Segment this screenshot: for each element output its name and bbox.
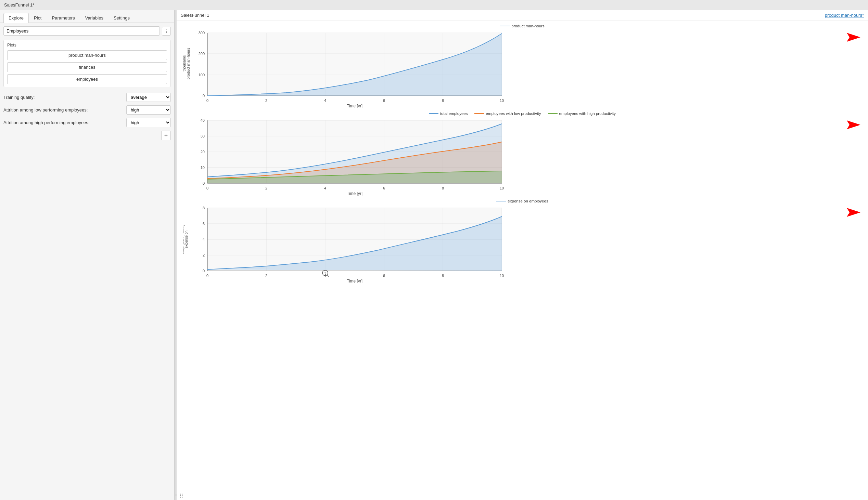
svg-text:0: 0 bbox=[207, 274, 209, 278]
chart2-container: total employees employees with low produ… bbox=[183, 112, 861, 196]
svg-text:10: 10 bbox=[500, 99, 504, 103]
svg-text:product man-hours: product man-hours bbox=[186, 47, 190, 79]
chart1-legend: product man-hours bbox=[183, 24, 861, 28]
chart2-legend: total employees employees with low produ… bbox=[183, 112, 861, 116]
svg-text:6: 6 bbox=[383, 274, 385, 278]
param-label-high-attrition: Attrition among high performing employee… bbox=[3, 120, 126, 125]
legend-low-productivity: employees with low productivity bbox=[475, 112, 541, 116]
svg-text:Time [yr]: Time [yr] bbox=[347, 279, 363, 283]
svg-text:0: 0 bbox=[203, 94, 205, 98]
right-panel-title: SalesFunnel 1 bbox=[181, 13, 209, 18]
svg-text:0: 0 bbox=[207, 186, 209, 190]
legend-line-product bbox=[500, 26, 510, 26]
explore-dropdown[interactable]: Employees bbox=[3, 26, 160, 36]
svg-marker-25 bbox=[847, 33, 860, 42]
svg-text:Time [yr]: Time [yr] bbox=[347, 191, 363, 196]
legend-label-low: employees with low productivity bbox=[486, 112, 541, 116]
svg-text:8: 8 bbox=[442, 186, 444, 190]
param-row-high-attrition: Attrition among high performing employee… bbox=[3, 118, 171, 127]
svg-marker-52 bbox=[847, 121, 860, 129]
add-button[interactable]: + bbox=[161, 130, 171, 140]
svg-text:20: 20 bbox=[201, 150, 205, 154]
legend-total-employees: total employees bbox=[429, 112, 468, 116]
chart1-arrow bbox=[843, 31, 860, 44]
plots-label: Plots bbox=[7, 43, 167, 47]
plot-btn-product-man-hours[interactable]: product man-hours bbox=[7, 50, 167, 60]
svg-line-82 bbox=[327, 275, 329, 277]
svg-text:[thousand]: [thousand] bbox=[183, 55, 186, 72]
chart3-svg: 0 2 4 6 8 0 2 4 6 8 10 Time [yr] bbox=[183, 205, 512, 283]
legend-label-expense: expense on employees bbox=[508, 199, 548, 203]
tab-settings[interactable]: Settings bbox=[109, 13, 135, 23]
param-select-high-attrition[interactable]: high low average bbox=[126, 118, 171, 127]
svg-text:0: 0 bbox=[203, 269, 205, 273]
svg-text:2: 2 bbox=[203, 253, 205, 257]
dropdown-row: Employees ⋮ bbox=[3, 26, 171, 36]
svg-text:0: 0 bbox=[203, 181, 205, 185]
param-select-training[interactable]: average low high bbox=[126, 93, 171, 102]
svg-text:8: 8 bbox=[203, 206, 205, 210]
svg-text:10: 10 bbox=[201, 166, 205, 170]
legend-line-expense bbox=[496, 201, 506, 202]
legend-label-high: employees with high productivity bbox=[559, 112, 616, 116]
svg-text:10: 10 bbox=[500, 274, 504, 278]
svg-text:4: 4 bbox=[324, 186, 326, 190]
right-panel-link[interactable]: product man-hours* bbox=[825, 13, 864, 18]
svg-text:expense on: expense on bbox=[185, 230, 188, 248]
chart2-wrapper: 0 10 20 30 40 0 2 4 6 8 10 Time [yr] bbox=[183, 117, 861, 196]
add-button-row: + bbox=[3, 130, 171, 140]
chart1-container: product man-hours bbox=[183, 24, 861, 108]
chart2-arrow bbox=[843, 119, 860, 132]
svg-text:4: 4 bbox=[203, 237, 205, 241]
right-panel: SalesFunnel 1 product man-hours* product… bbox=[177, 10, 868, 500]
svg-text:6: 6 bbox=[383, 186, 385, 190]
tabs-row: Explore Plot Parameters Variables Settin… bbox=[0, 10, 174, 23]
tab-explore[interactable]: Explore bbox=[3, 13, 29, 23]
svg-text:2: 2 bbox=[265, 274, 267, 278]
tab-parameters[interactable]: Parameters bbox=[46, 13, 80, 23]
param-row-low-attrition: Attrition among low performing employees… bbox=[3, 105, 171, 115]
plot-btn-finances[interactable]: finances bbox=[7, 62, 167, 72]
tab-variables[interactable]: Variables bbox=[80, 13, 109, 23]
legend-line-low bbox=[475, 113, 484, 114]
svg-text:300: 300 bbox=[199, 31, 205, 35]
plot-btn-employees[interactable]: employees bbox=[7, 74, 167, 84]
bottom-handle: ⠿ bbox=[177, 492, 868, 500]
title-bar: SalesFunnel 1* bbox=[0, 0, 868, 10]
legend-label-product: product man-hours bbox=[511, 24, 545, 28]
main-container: Explore Plot Parameters Variables Settin… bbox=[0, 10, 868, 500]
chart2-arrow-svg bbox=[843, 119, 860, 131]
svg-text:0: 0 bbox=[207, 99, 209, 103]
svg-text:2: 2 bbox=[265, 186, 267, 190]
legend-product-man-hours: product man-hours bbox=[500, 24, 545, 28]
svg-text:8: 8 bbox=[442, 274, 444, 278]
param-row-training: Training quality: average low high bbox=[3, 93, 171, 102]
chart3-container: expense on employees bbox=[183, 199, 861, 283]
param-select-low-attrition[interactable]: high low average bbox=[126, 105, 171, 115]
svg-text:40: 40 bbox=[201, 118, 205, 123]
svg-text:200: 200 bbox=[199, 52, 205, 56]
chart1-arrow-svg bbox=[843, 31, 860, 43]
svg-marker-85 bbox=[847, 208, 860, 217]
svg-text:8: 8 bbox=[442, 99, 444, 103]
tab-plot[interactable]: Plot bbox=[29, 13, 46, 23]
legend-expense: expense on employees bbox=[496, 199, 548, 203]
charts-area: product man-hours bbox=[177, 21, 868, 492]
bottom-handle-icon: ⠿ bbox=[179, 493, 184, 499]
svg-text:30: 30 bbox=[201, 134, 205, 138]
svg-text:employees [million]: employees [million] bbox=[183, 225, 185, 254]
chart1-svg: 0 100 200 300 0 2 4 6 8 10 Time [yr] bbox=[183, 30, 512, 108]
param-label-training: Training quality: bbox=[3, 95, 126, 100]
svg-text:10: 10 bbox=[500, 186, 504, 190]
plots-section: Plots product man-hours finances employe… bbox=[3, 40, 171, 87]
legend-line-high bbox=[548, 113, 558, 114]
legend-label-total: total employees bbox=[440, 112, 468, 116]
svg-text:6: 6 bbox=[203, 221, 205, 226]
chart3-legend: expense on employees bbox=[183, 199, 861, 203]
more-options-button[interactable]: ⋮ bbox=[162, 27, 171, 36]
legend-high-productivity: employees with high productivity bbox=[548, 112, 616, 116]
left-content: Employees ⋮ Plots product man-hours fina… bbox=[0, 23, 174, 500]
param-label-low-attrition: Attrition among low performing employees… bbox=[3, 107, 126, 113]
chart3-arrow-svg bbox=[843, 206, 860, 218]
chart2-svg: 0 10 20 30 40 0 2 4 6 8 10 Time [yr] bbox=[183, 117, 512, 196]
